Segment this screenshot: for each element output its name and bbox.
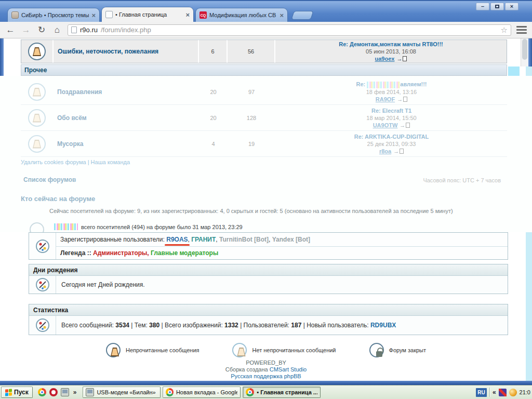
breadcrumb[interactable]: Список форумов xyxy=(23,176,76,183)
footer-links: Удалить cookies форума | Наша команда xyxy=(21,159,130,165)
birthdays-header: Дни рождения xyxy=(29,264,508,276)
goto-last-post-icon[interactable]: → xyxy=(393,148,404,155)
language-indicator[interactable]: RU xyxy=(476,388,487,397)
phpbb-support-link[interactable]: Русская поддержка phpBB xyxy=(231,373,301,379)
legend-mods-link[interactable]: Главные модераторы xyxy=(151,249,218,257)
forum-link[interactable]: Обо всём xyxy=(57,114,87,122)
unread-forum-icon xyxy=(28,43,46,60)
locked-forum-icon xyxy=(369,343,384,357)
back-icon[interactable]: ← xyxy=(5,25,16,35)
birthdays-text: Сегодня нет Дней рождения. xyxy=(56,277,150,292)
antivirus-tray-icon[interactable] xyxy=(499,389,507,396)
birthdays-panel: Дни рождения Сегодня нет Дней рождения. xyxy=(29,264,508,294)
last-post-user[interactable]: r8oa xyxy=(379,148,391,154)
last-post-user[interactable]: RA9OF xyxy=(376,96,395,102)
bookmark-star-icon[interactable]: ☆ xyxy=(501,25,508,35)
forum-link[interactable]: Ошибки, неточности, пожелания xyxy=(58,48,158,55)
newest-user-link[interactable]: RD9UBX xyxy=(370,322,396,329)
cmsart-link[interactable]: CMSart Studio xyxy=(270,366,307,373)
last-post-title[interactable]: Re: ARKTIKA-CUP-DIGITAL xyxy=(354,133,429,140)
forward-icon[interactable]: → xyxy=(21,25,31,35)
goto-last-post-icon[interactable]: → xyxy=(400,122,410,129)
screen: СиБирЬ • Просмотр темы - × • Главная стр… xyxy=(0,0,532,399)
forum-link[interactable]: Поздравления xyxy=(57,88,102,96)
window-controls: – × xyxy=(476,3,518,10)
tray-app-icon[interactable] xyxy=(509,389,517,396)
last-post-title[interactable]: Re: Демонтаж,монтаж мачты RT8O!!! xyxy=(339,41,443,48)
posts-count: 128 xyxy=(227,105,275,130)
scrollbar-thumb[interactable] xyxy=(522,39,527,60)
forum-row-about: Обо всём 20 128 Re: Elecraft T1 18 мар 2… xyxy=(21,105,507,131)
posts-count: 19 xyxy=(227,131,275,156)
delete-cookies-link[interactable]: Удалить cookies форума xyxy=(21,159,86,165)
statistics-line: Всего сообщений: 3534 | Тем: 380 | Всего… xyxy=(56,317,401,333)
chrome-icon[interactable] xyxy=(38,388,46,396)
window-border-right xyxy=(528,38,532,66)
reload-icon[interactable]: ↻ xyxy=(36,24,47,35)
birthday-icon xyxy=(29,276,56,294)
user-link-granit[interactable]: ГРАНИТ xyxy=(191,236,216,243)
stat-users: 187 xyxy=(291,322,301,329)
forum-icon xyxy=(28,135,46,153)
category-header: Прочее xyxy=(21,64,507,76)
legend-locked: Форум закрыт xyxy=(369,343,427,357)
last-post-date: 25 дек 2013, 09:33 xyxy=(367,140,416,148)
unread-forum-icon xyxy=(106,343,121,357)
maximize-button[interactable] xyxy=(490,3,504,10)
browser-icon[interactable] xyxy=(49,388,58,396)
tab-main-page[interactable]: • Главная страница × xyxy=(101,7,194,22)
quick-launch-overflow-icon[interactable]: » xyxy=(72,389,78,396)
maximize-icon xyxy=(495,5,499,8)
task-main-page[interactable]: • Главная страница ... xyxy=(243,387,321,398)
forum-link[interactable]: Мусорка xyxy=(57,140,83,148)
last-post-user[interactable]: UA9OTW xyxy=(373,122,398,128)
last-post-cell: Re: Демонтаж,монтаж мачты RT8O!!! 05 июн… xyxy=(274,40,507,63)
legend-admins-link[interactable]: Администраторы xyxy=(93,249,147,257)
legend-line: Легенда :: Администраторы, Главные модер… xyxy=(56,247,508,259)
home-icon[interactable]: ⌂ xyxy=(52,25,62,35)
browser-toolbar: ← → ↻ ⌂ r9o.ru /forum/index.php ☆ xyxy=(0,22,532,38)
modem-icon[interactable] xyxy=(61,388,69,396)
url-domain: r9o.ru xyxy=(80,26,98,34)
team-link[interactable]: Наша команда xyxy=(91,159,130,165)
system-tray: RU « 21:0 xyxy=(476,388,531,397)
address-bar[interactable]: r9o.ru /forum/index.php ☆ xyxy=(68,24,511,36)
icon-legend: Непрочитанные сообщения Нет непрочитанны… xyxy=(0,343,532,357)
new-tab-button[interactable] xyxy=(291,11,314,20)
topics-count: 20 xyxy=(198,79,227,104)
tab-sibir[interactable]: СиБирЬ • Просмотр темы - × xyxy=(7,8,100,22)
last-post-title[interactable]: Re: авляем!!! xyxy=(356,81,427,88)
last-post-title[interactable]: Re: Elecraft T1 xyxy=(371,107,411,114)
statistics-panel: Статистика Всего сообщений: 3534 | Тем: … xyxy=(29,304,508,335)
tray-separator xyxy=(489,388,490,397)
scrollbar[interactable] xyxy=(521,38,528,66)
posts-count: 97 xyxy=(227,79,275,104)
goto-last-post-icon[interactable]: → xyxy=(396,55,407,62)
tab-close-icon[interactable]: × xyxy=(91,11,96,19)
modem-icon xyxy=(86,388,94,396)
minimize-button[interactable]: – xyxy=(476,3,489,10)
tab-close-icon[interactable]: × xyxy=(280,11,284,19)
menu-icon[interactable] xyxy=(516,26,527,34)
statistics-header: Статистика xyxy=(29,304,508,316)
close-button[interactable]: × xyxy=(505,3,518,10)
last-post-date: 18 мар 2014, 15:50 xyxy=(366,114,416,122)
taskbar-clock: 21:0 xyxy=(520,389,530,395)
powered-by: POWERED_BY xyxy=(0,360,532,366)
last-post-user[interactable]: ua9oex xyxy=(375,56,395,62)
tab-cqham[interactable]: CQ Модификация любых СВ р/ × xyxy=(195,8,288,22)
last-post-date: 18 фев 2014, 13:16 xyxy=(366,88,417,96)
legend-label: Легенда :: xyxy=(60,249,91,257)
task-new-tab[interactable]: Новая вкладка - Google... xyxy=(163,387,241,398)
taskbar: Пуск » USB-модем «Билайн» Новая вкладка … xyxy=(0,385,532,399)
stat-messages: 3534 xyxy=(115,322,129,329)
task-usb-modem[interactable]: USB-модем «Билайн» xyxy=(83,387,161,398)
tab-close-icon[interactable]: × xyxy=(185,11,190,19)
last-post-cell: Re: авляем!!! 18 фев 2014, 13:16 RA9OF→ xyxy=(275,79,507,104)
start-button[interactable]: Пуск xyxy=(1,387,33,398)
registered-users-label: Зарегистрированные пользователи: xyxy=(60,236,165,243)
goto-last-post-icon[interactable]: → xyxy=(397,96,407,103)
tray-chevron-icon[interactable]: « xyxy=(493,389,496,396)
user-link-r9oas[interactable]: R9OAS xyxy=(166,236,188,243)
page-viewport: Ошибки, неточности, пожелания 6 56 Re: Д… xyxy=(0,38,532,381)
